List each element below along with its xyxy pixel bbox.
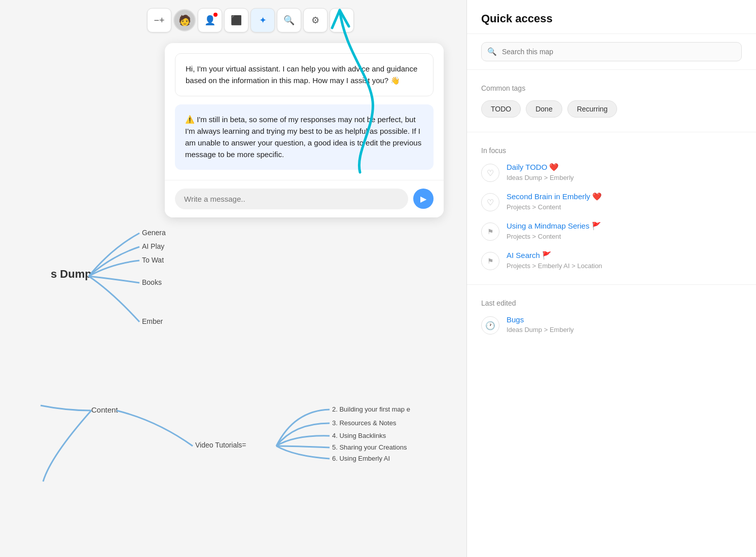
add-person-button[interactable]: 👤 (198, 8, 222, 32)
focus-item-daily-todo: ♡ Daily TODO ❤️ Ideas Dump > Emberly (481, 163, 742, 182)
last-edited-section: Last edited 🕐 Bugs Ideas Dump > Emberly (467, 289, 756, 345)
in-focus-section: In focus ♡ Daily TODO ❤️ Ideas Dump > Em… (467, 136, 756, 280)
filter-icon: ⚙ (311, 15, 319, 26)
svg-text:Genera: Genera (142, 229, 166, 237)
chevron-right-icon: › (340, 15, 343, 26)
in-focus-title: In focus (481, 146, 742, 155)
zoom-button[interactable]: −+ (147, 8, 171, 32)
flag-icon-1: ⚑ (487, 228, 494, 236)
toolbar: −+ 🧑 👤 ⬛ ✦ 🔍 ⚙ › (147, 8, 354, 32)
heart-button-second-brain[interactable]: ♡ (481, 193, 499, 211)
focus-title-daily-todo[interactable]: Daily TODO ❤️ (507, 163, 742, 172)
clock-icon: 🕐 (485, 321, 495, 330)
flag-button-ai-search[interactable]: ⚑ (481, 252, 499, 270)
focus-breadcrumb-ai-search: Projects > Emberly AI > Location (507, 262, 742, 270)
chat-messages: Hi, I'm your virtual assistant. I can he… (165, 43, 444, 180)
common-tags-title: Common tags (481, 84, 742, 92)
svg-text:Content: Content (91, 405, 118, 414)
svg-text:Video Tutorials=: Video Tutorials= (195, 441, 246, 449)
search-icon: 🔍 (487, 47, 497, 56)
edited-item-bugs: 🕐 Bugs Ideas Dump > Emberly (481, 315, 742, 335)
focus-title-second-brain[interactable]: Second Brain in Emberly ❤️ (507, 192, 742, 201)
focus-item-ai-search: ⚑ AI Search 🚩 Projects > Emberly AI > Lo… (481, 251, 742, 270)
focus-title-mindmap-series[interactable]: Using a Mindmap Series 🚩 (507, 221, 742, 231)
svg-text:2. Building your first map e: 2. Building your first map e (332, 405, 410, 413)
focus-item-second-brain: ♡ Second Brain in Emberly ❤️ Projects > … (481, 192, 742, 211)
image-icon: ⬛ (231, 15, 242, 26)
divider-1 (467, 69, 756, 70)
ai-sparkle-icon: ✦ (259, 15, 267, 26)
avatar-button[interactable]: 🧑 (173, 9, 196, 31)
image-button[interactable]: ⬛ (224, 8, 248, 32)
chat-message-2-icon: ⚠️ (185, 115, 195, 124)
quick-access-panel: Quick access 🔍 Common tags TODO Done Rec… (466, 0, 756, 557)
svg-text:AI Play: AI Play (142, 242, 164, 250)
svg-text:3. Resources & Notes: 3. Resources & Notes (332, 419, 397, 427)
focus-content-daily-todo: Daily TODO ❤️ Ideas Dump > Emberly (507, 163, 742, 181)
edited-breadcrumb-bugs: Ideas Dump > Emberly (507, 326, 742, 333)
add-person-icon: 👤 (204, 15, 215, 26)
focus-content-mindmap-series: Using a Mindmap Series 🚩 Projects > Cont… (507, 221, 742, 240)
focus-content-ai-search: AI Search 🚩 Projects > Emberly AI > Loca… (507, 251, 742, 270)
svg-text:Books: Books (142, 278, 162, 286)
last-edited-list: 🕐 Bugs Ideas Dump > Emberly (481, 315, 742, 335)
chat-message-2: ⚠️ I'm still in beta, so some of my resp… (175, 104, 434, 170)
filter-button[interactable]: ⚙ (303, 8, 328, 32)
mindmap-root-label: s Dump (51, 268, 92, 280)
chat-message-2-text: I'm still in beta, so some of my respons… (185, 115, 421, 159)
svg-text:5. Sharing your Creations: 5. Sharing your Creations (332, 443, 407, 451)
more-button[interactable]: › (330, 8, 354, 32)
edited-title-bugs[interactable]: Bugs (507, 315, 742, 324)
edited-content-bugs: Bugs Ideas Dump > Emberly (507, 315, 742, 333)
flag-button-mindmap-series[interactable]: ⚑ (481, 222, 499, 241)
last-edited-title: Last edited (481, 299, 742, 307)
avatar-icon: 🧑 (178, 14, 191, 26)
divider-3 (467, 284, 756, 285)
tag-recurring[interactable]: Recurring (567, 100, 618, 118)
tag-list: TODO Done Recurring (481, 100, 742, 118)
focus-item-mindmap-series: ⚑ Using a Mindmap Series 🚩 Projects > Co… (481, 221, 742, 241)
tag-done[interactable]: Done (526, 100, 562, 118)
ai-button[interactable]: ✦ (250, 8, 275, 32)
focus-breadcrumb-daily-todo: Ideas Dump > Emberly (507, 174, 742, 181)
focus-breadcrumb-mindmap-series: Projects > Content (507, 233, 742, 240)
heart-icon-2: ♡ (487, 198, 494, 207)
focus-content-second-brain: Second Brain in Emberly ❤️ Projects > Co… (507, 192, 742, 211)
flag-icon-2: ⚑ (487, 257, 494, 265)
svg-text:To Wat: To Wat (142, 256, 164, 264)
focus-breadcrumb-second-brain: Projects > Content (507, 203, 742, 211)
search-icon: 🔍 (283, 15, 295, 26)
tag-todo[interactable]: TODO (481, 100, 521, 118)
search-area: 🔍 (481, 42, 742, 61)
chat-panel: Hi, I'm your virtual assistant. I can he… (165, 43, 444, 217)
map-search-input[interactable] (481, 42, 742, 61)
chat-send-button[interactable]: ▶ (413, 189, 434, 209)
svg-text:4. Using Backlinks: 4. Using Backlinks (332, 432, 386, 439)
in-focus-list: ♡ Daily TODO ❤️ Ideas Dump > Emberly ♡ S… (481, 163, 742, 270)
svg-text:6. Using Emberly AI: 6. Using Emberly AI (332, 455, 390, 462)
zoom-icon: −+ (154, 15, 164, 26)
chat-input[interactable] (175, 189, 408, 209)
heart-icon: ♡ (487, 168, 494, 178)
svg-text:Ember: Ember (142, 317, 163, 325)
quick-access-header: Quick access (467, 0, 756, 34)
chat-message-1-text: Hi, I'm your virtual assistant. I can he… (186, 64, 417, 85)
divider-2 (467, 132, 756, 132)
quick-access-title: Quick access (481, 12, 553, 25)
search-button[interactable]: 🔍 (277, 8, 301, 32)
focus-title-ai-search[interactable]: AI Search 🚩 (507, 251, 742, 260)
chat-input-area: ▶ (165, 180, 444, 217)
heart-button-daily-todo[interactable]: ♡ (481, 164, 499, 182)
clock-button-bugs[interactable]: 🕐 (481, 316, 499, 335)
chat-message-1: Hi, I'm your virtual assistant. I can he… (175, 53, 434, 96)
send-icon: ▶ (420, 194, 426, 204)
common-tags-section: Common tags TODO Done Recurring (467, 74, 756, 128)
